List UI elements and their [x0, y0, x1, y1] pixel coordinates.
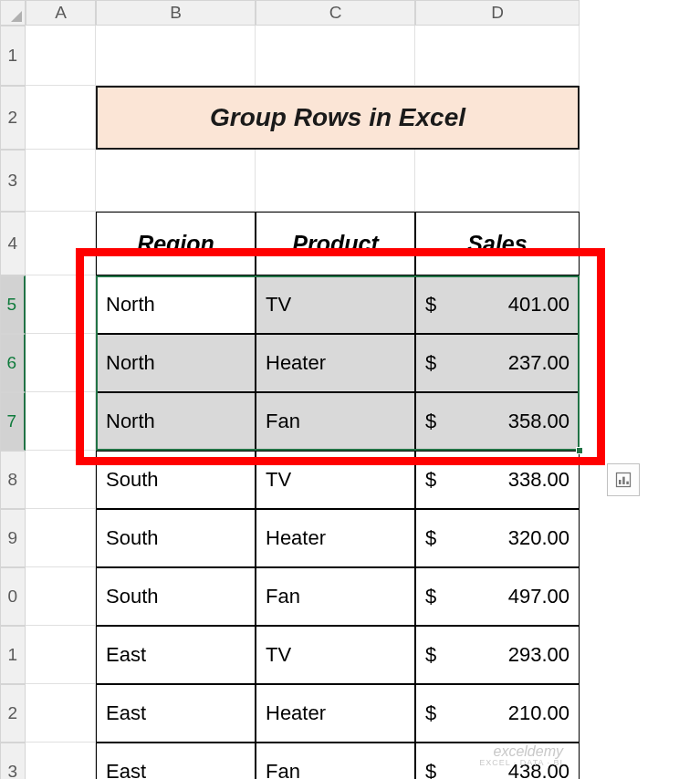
cell-D7[interactable]: $358.00 — [415, 392, 580, 451]
sales-value: 293.00 — [508, 643, 569, 667]
sales-value: 210.00 — [508, 701, 569, 725]
cell-D6[interactable]: $237.00 — [415, 334, 580, 392]
currency-symbol: $ — [425, 293, 436, 317]
currency-symbol: $ — [425, 410, 436, 433]
cell-C3[interactable] — [256, 150, 415, 212]
row-header-9[interactable]: 9 — [0, 509, 26, 567]
col-header-A[interactable]: A — [26, 0, 96, 26]
header-product[interactable]: Product — [256, 212, 415, 275]
row-header-13[interactable]: 3 — [0, 743, 26, 779]
cell-B13[interactable]: East — [96, 743, 256, 779]
cell-B11[interactable]: East — [96, 626, 256, 684]
cell-A13[interactable] — [26, 743, 96, 779]
cell-B5[interactable]: North — [96, 275, 256, 334]
cell-A4[interactable] — [26, 212, 96, 275]
currency-symbol: $ — [425, 585, 436, 608]
sales-value: 320.00 — [508, 526, 569, 550]
row-header-3[interactable]: 3 — [0, 150, 26, 212]
watermark: exceldemy EXCEL · DATA · BI — [479, 743, 563, 768]
sales-value: 401.00 — [508, 293, 569, 317]
quick-analysis-icon — [614, 471, 632, 489]
sales-value: 338.00 — [508, 468, 569, 492]
row-header-5[interactable]: 5 — [0, 275, 26, 334]
cell-D10[interactable]: $497.00 — [415, 567, 580, 626]
cell-D12[interactable]: $210.00 — [415, 684, 580, 743]
svg-rect-2 — [622, 477, 625, 484]
row-header-10[interactable]: 0 — [0, 567, 26, 626]
cell-B8[interactable]: South — [96, 451, 256, 509]
cell-C9[interactable]: Heater — [256, 509, 415, 567]
cell-A5[interactable] — [26, 275, 96, 334]
col-header-B[interactable]: B — [96, 0, 256, 26]
title-cell[interactable]: Group Rows in Excel — [96, 86, 580, 150]
fill-handle[interactable] — [576, 447, 583, 454]
cell-A3[interactable] — [26, 150, 96, 212]
select-all-corner[interactable] — [0, 0, 26, 26]
header-sales[interactable]: Sales — [415, 212, 580, 275]
row-header-4[interactable]: 4 — [0, 212, 26, 275]
cell-D9[interactable]: $320.00 — [415, 509, 580, 567]
row-header-11[interactable]: 1 — [0, 626, 26, 684]
currency-symbol: $ — [425, 760, 436, 779]
cell-B7[interactable]: North — [96, 392, 256, 451]
col-header-C[interactable]: C — [256, 0, 415, 26]
cell-C12[interactable]: Heater — [256, 684, 415, 743]
row-header-8[interactable]: 8 — [0, 451, 26, 509]
cell-A10[interactable] — [26, 567, 96, 626]
cell-C11[interactable]: TV — [256, 626, 415, 684]
cell-A1[interactable] — [26, 26, 96, 86]
quick-analysis-button[interactable] — [607, 463, 640, 496]
svg-rect-1 — [619, 480, 622, 484]
sales-value: 358.00 — [508, 410, 569, 433]
cell-A2[interactable] — [26, 86, 96, 150]
cell-D5[interactable]: $401.00 — [415, 275, 580, 334]
col-header-D[interactable]: D — [415, 0, 580, 26]
cell-B1[interactable] — [96, 26, 256, 86]
cell-A7[interactable] — [26, 392, 96, 451]
cell-C7[interactable]: Fan — [256, 392, 415, 451]
svg-rect-3 — [626, 482, 629, 484]
cell-C10[interactable]: Fan — [256, 567, 415, 626]
watermark-line2: EXCEL · DATA · BI — [479, 759, 563, 768]
sales-value: 497.00 — [508, 585, 569, 608]
cell-C8[interactable]: TV — [256, 451, 415, 509]
cell-D8[interactable]: $338.00 — [415, 451, 580, 509]
cell-C1[interactable] — [256, 26, 415, 86]
cell-C13[interactable]: Fan — [256, 743, 415, 779]
watermark-line1: exceldemy — [479, 743, 563, 760]
cell-B12[interactable]: East — [96, 684, 256, 743]
cell-B9[interactable]: South — [96, 509, 256, 567]
sales-value: 237.00 — [508, 351, 569, 375]
cell-C6[interactable]: Heater — [256, 334, 415, 392]
currency-symbol: $ — [425, 468, 436, 492]
row-header-7[interactable]: 7 — [0, 392, 26, 451]
row-header-2[interactable]: 2 — [0, 86, 26, 150]
currency-symbol: $ — [425, 701, 436, 725]
cell-B10[interactable]: South — [96, 567, 256, 626]
row-header-12[interactable]: 2 — [0, 684, 26, 743]
cell-D11[interactable]: $293.00 — [415, 626, 580, 684]
currency-symbol: $ — [425, 526, 436, 550]
cell-B6[interactable]: North — [96, 334, 256, 392]
cell-A12[interactable] — [26, 684, 96, 743]
cell-D3[interactable] — [415, 150, 580, 212]
cell-B3[interactable] — [96, 150, 256, 212]
cell-C5[interactable]: TV — [256, 275, 415, 334]
cell-D1[interactable] — [415, 26, 580, 86]
currency-symbol: $ — [425, 643, 436, 667]
currency-symbol: $ — [425, 351, 436, 375]
row-header-1[interactable]: 1 — [0, 26, 26, 86]
spreadsheet-grid[interactable]: A B C D 1 2 Group Rows in Excel 3 4 Regi… — [0, 0, 700, 779]
cell-A6[interactable] — [26, 334, 96, 392]
cell-A9[interactable] — [26, 509, 96, 567]
cell-A11[interactable] — [26, 626, 96, 684]
row-header-6[interactable]: 6 — [0, 334, 26, 392]
header-region[interactable]: Region — [96, 212, 256, 275]
cell-A8[interactable] — [26, 451, 96, 509]
